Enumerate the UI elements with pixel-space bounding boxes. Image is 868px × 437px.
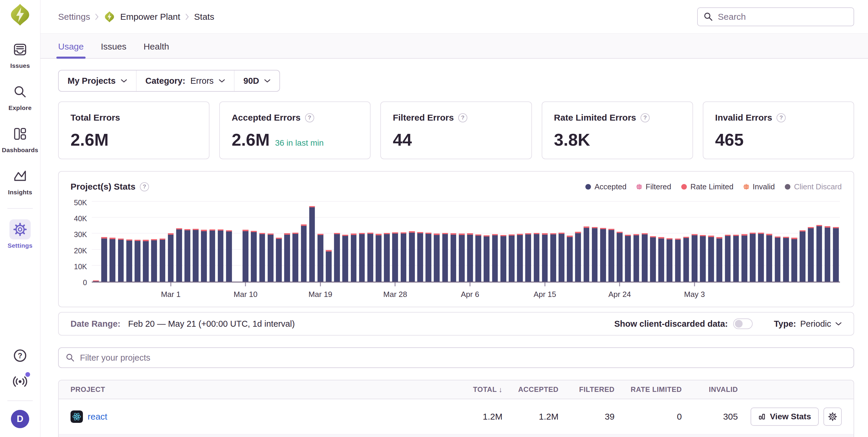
card-title: Accepted Errors (231, 113, 300, 123)
help-bubble-icon[interactable]: ? (641, 113, 650, 122)
card-accepted-errors: Accepted Errors ? 2.6M 36 in last min (219, 101, 371, 159)
usage-chart: Mar 1Mar 10Mar 19Mar 28Apr 6Apr 15Apr 24… (70, 199, 842, 300)
sidebar-item-label: Insights (8, 189, 32, 196)
project-stats-panel: Project(s) Stats ? Accepted Filtered Rat… (58, 171, 854, 307)
projects-table: PROJECT TOTAL ↓ ACCEPTED FILTERED RATE L… (58, 380, 854, 437)
search-input[interactable] (717, 11, 848, 22)
chevron-down-icon (264, 79, 271, 83)
cell-accepted: 1.2M (502, 412, 559, 422)
card-title: Invalid Errors (715, 113, 772, 123)
project-filter-input[interactable] (80, 353, 846, 363)
insights-chart-icon (9, 166, 31, 186)
tab-usage[interactable]: Usage (58, 41, 84, 58)
project-settings-button[interactable] (824, 407, 842, 426)
project-filter (58, 347, 854, 368)
toggle-knob (735, 320, 743, 328)
card-title: Total Errors (70, 113, 197, 123)
tab-issues[interactable]: Issues (101, 41, 127, 58)
breadcrumb-settings[interactable]: Settings (58, 12, 90, 22)
period-value: 90D (243, 76, 259, 86)
broadcast-icon[interactable] (12, 374, 28, 389)
legend-item-accepted[interactable]: Accepted (585, 182, 626, 191)
col-accepted[interactable]: ACCEPTED (502, 385, 559, 394)
cell-rate-limited: 0 (615, 412, 682, 422)
breadcrumb-org[interactable]: Empower Plant (120, 12, 180, 22)
sidebar-item-label: Issues (10, 62, 30, 69)
sidebar-item-settings[interactable]: Settings (8, 220, 32, 249)
legend-item-invalid[interactable]: Invalid (743, 182, 775, 191)
help-bubble-icon[interactable]: ? (777, 113, 786, 122)
help-bubble-icon[interactable]: ? (305, 113, 314, 122)
react-project-icon (70, 410, 83, 423)
date-range-value: Feb 20 — May 21 (+00:00 UTC, 1d interval… (128, 319, 295, 329)
period-selector[interactable]: 90D (234, 70, 279, 91)
card-filtered-errors: Filtered Errors ? 44 (380, 101, 532, 159)
global-search (697, 7, 854, 26)
search-icon (704, 12, 713, 21)
col-rate-limited[interactable]: RATE LIMITED (615, 385, 682, 394)
tab-health[interactable]: Health (144, 41, 169, 58)
sidebar-item-label: Explore (8, 104, 32, 111)
sidebar-divider (7, 400, 33, 401)
chevron-down-icon (121, 79, 127, 83)
help-icon[interactable]: ? (13, 348, 27, 363)
date-range-bar: Date Range: Feb 20 — May 21 (+00:00 UTC,… (58, 312, 854, 336)
type-label: Type: (774, 319, 796, 329)
category-value: Errors (190, 76, 214, 86)
legend-item-rate-limited[interactable]: Rate Limited (681, 182, 734, 191)
card-total-errors: Total Errors 2.6M (58, 101, 210, 159)
help-bubble-icon[interactable]: ? (458, 113, 467, 122)
category-selector[interactable]: Category: Errors (136, 70, 234, 91)
legend-dot (743, 184, 749, 190)
issues-icon (9, 39, 31, 60)
client-discard-toggle[interactable] (733, 318, 753, 329)
col-filtered[interactable]: FILTERED (559, 385, 615, 394)
card-title: Rate Limited Errors (554, 113, 636, 123)
sidebar-item-dashboards[interactable]: Dashboards (2, 124, 38, 154)
sidebar-item-insights[interactable]: Insights (8, 166, 32, 196)
view-stats-button[interactable]: View Stats (751, 407, 819, 426)
breadcrumb: Settings Empower Plant Stats (58, 11, 214, 23)
legend-dot (585, 184, 591, 190)
sidebar-item-label: Dashboards (2, 146, 38, 154)
card-subtext: 36 in last min (275, 138, 324, 148)
project-selector[interactable]: My Projects (59, 70, 136, 91)
card-rate-limited-errors: Rate Limited Errors ? 3.8K (542, 101, 693, 159)
project-link[interactable]: react (88, 412, 107, 422)
sidebar-item-explore[interactable]: Explore (8, 82, 32, 111)
col-invalid[interactable]: INVALID (682, 385, 738, 394)
table-row: react 1.2M 1.2M 39 0 305 View Stats (59, 399, 854, 434)
bar-chart-icon (758, 413, 766, 421)
legend-item-filtered[interactable]: Filtered (637, 182, 671, 191)
category-label: Category: (146, 76, 185, 86)
card-value: 44 (393, 130, 519, 149)
legend-dot (637, 184, 642, 190)
chart-legend: Accepted Filtered Rate Limited Invalid C… (585, 182, 842, 191)
cell-invalid: 305 (682, 412, 738, 422)
col-total[interactable]: TOTAL ↓ (450, 385, 502, 394)
date-range-label: Date Range: (70, 319, 120, 329)
sidebar-item-issues[interactable]: Issues (9, 39, 31, 69)
org-logo-small (104, 11, 115, 23)
client-discard-toggle-label: Show client-discarded data: (614, 319, 728, 329)
content: My Projects Category: Errors 90D Total E… (40, 59, 868, 437)
col-project[interactable]: PROJECT (70, 385, 450, 394)
sentry-org-logo[interactable] (9, 4, 31, 26)
chevron-right-icon (185, 13, 189, 20)
search-icon (66, 353, 75, 362)
gear-icon (828, 412, 837, 421)
cell-total: 1.2M (450, 412, 502, 422)
help-bubble-icon[interactable]: ? (140, 182, 149, 191)
card-value: 2.6M (231, 130, 270, 149)
sidebar-divider (7, 208, 33, 209)
type-selector[interactable]: Type: Periodic (774, 319, 842, 329)
sidebar: Issues Explore Dashboards Insights (0, 0, 40, 437)
card-title: Filtered Errors (393, 113, 454, 123)
user-avatar[interactable]: D (11, 410, 29, 428)
legend-item-client-discard[interactable]: Client Discard (785, 182, 842, 191)
project-selector-label: My Projects (68, 76, 116, 86)
chart-plot: Mar 1Mar 10Mar 19Mar 28Apr 6Apr 15Apr 24… (92, 199, 840, 282)
svg-text:?: ? (18, 351, 22, 360)
breadcrumb-page: Stats (194, 12, 214, 22)
search-icon (9, 82, 31, 102)
